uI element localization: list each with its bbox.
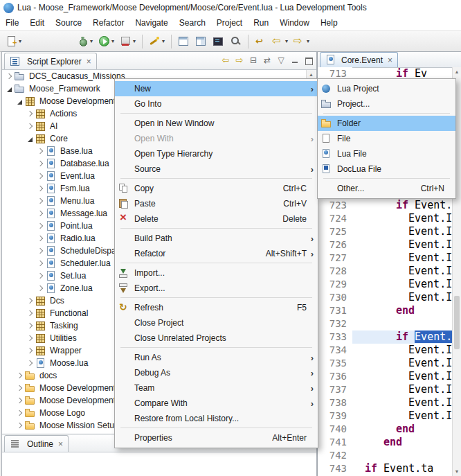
new-wizard-button[interactable]: ▾ bbox=[3, 33, 24, 51]
context-menu-item-go-into[interactable]: Go Into bbox=[115, 96, 318, 112]
menubar-item-window[interactable]: Window bbox=[274, 15, 315, 30]
expand-arrow-icon[interactable] bbox=[37, 185, 44, 193]
external-tools-button[interactable]: ▾ bbox=[118, 33, 138, 51]
dropdown-arrow-icon[interactable]: ▾ bbox=[162, 38, 165, 44]
collapse-all-icon[interactable]: ⊟ bbox=[248, 55, 259, 66]
back-button[interactable]: ▾ bbox=[270, 33, 290, 51]
expand-arrow-icon[interactable] bbox=[26, 310, 34, 317]
maximize-icon[interactable] bbox=[303, 55, 314, 66]
dropdown-arrow-icon[interactable]: ▾ bbox=[307, 38, 309, 44]
new-submenu-item-file[interactable]: File bbox=[318, 131, 455, 146]
expand-arrow-icon[interactable] bbox=[37, 260, 44, 267]
context-menu-item-properties[interactable]: PropertiesAlt+Enter bbox=[115, 430, 318, 446]
expand-arrow-icon[interactable] bbox=[37, 247, 44, 255]
search-button[interactable] bbox=[228, 33, 244, 51]
context-menu-item-debug-as[interactable]: Debug As› bbox=[115, 365, 318, 380]
expand-arrow-icon[interactable] bbox=[37, 173, 44, 180]
new-lua-wizard-button[interactable]: ▾ bbox=[147, 33, 167, 51]
collapse-arrow-icon[interactable] bbox=[26, 135, 34, 143]
menubar-item-run[interactable]: Run bbox=[248, 15, 274, 30]
console-button[interactable] bbox=[210, 33, 226, 51]
tab-outline[interactable]: Outline × bbox=[4, 435, 69, 452]
context-menu-item-export[interactable]: Export... bbox=[115, 281, 318, 296]
context-menu-item-delete[interactable]: DeleteDelete bbox=[115, 211, 318, 227]
expand-arrow-icon[interactable] bbox=[37, 235, 44, 243]
open-perspective-button[interactable] bbox=[176, 33, 192, 51]
scroll-down-icon[interactable]: ▼ bbox=[453, 467, 461, 476]
expand-arrow-icon[interactable] bbox=[26, 123, 34, 130]
context-menu-item-team[interactable]: Team› bbox=[115, 380, 318, 396]
minimize-icon[interactable] bbox=[289, 55, 300, 66]
tab-script-explorer[interactable]: Script Explorer × bbox=[4, 53, 97, 69]
new-submenu-item-doclua-file[interactable]: DocLua File bbox=[318, 161, 455, 177]
context-menu-item-open-type-hierarchy[interactable]: Open Type Hierarchy bbox=[115, 146, 318, 161]
scroll-up-icon[interactable]: ▲ bbox=[453, 67, 461, 76]
forward-history-icon[interactable]: ⇨ bbox=[234, 55, 245, 66]
expand-arrow-icon[interactable] bbox=[26, 347, 34, 355]
menubar-item-source[interactable]: Source bbox=[50, 15, 87, 30]
context-menu-item-close-unrelated-projects[interactable]: Close Unrelated Projects bbox=[115, 330, 318, 346]
close-icon[interactable]: × bbox=[58, 440, 63, 448]
expand-arrow-icon[interactable] bbox=[26, 110, 34, 118]
context-menu-item-import[interactable]: Import... bbox=[115, 265, 318, 281]
debug-button[interactable]: ▾ bbox=[75, 33, 95, 51]
expand-arrow-icon[interactable] bbox=[26, 297, 34, 305]
dropdown-arrow-icon[interactable]: ▾ bbox=[285, 38, 288, 44]
menubar-item-file[interactable]: File bbox=[0, 15, 24, 30]
expand-arrow-icon[interactable] bbox=[16, 372, 24, 380]
menubar-item-navigate[interactable]: Navigate bbox=[129, 15, 173, 30]
context-menu-item-refresh[interactable]: RefreshF5 bbox=[115, 300, 318, 315]
forward-button[interactable]: ▾ bbox=[291, 33, 311, 51]
link-with-editor-icon[interactable]: ⇄ bbox=[262, 55, 273, 66]
close-icon[interactable]: × bbox=[388, 56, 392, 64]
context-menu-item-open-in-new-window[interactable]: Open in New Window bbox=[115, 116, 318, 131]
expand-arrow-icon[interactable] bbox=[37, 197, 44, 205]
context-menu-item-compare-with[interactable]: Compare With› bbox=[115, 396, 318, 411]
menubar-item-refactor[interactable]: Refactor bbox=[87, 15, 129, 30]
last-edit-location-button[interactable] bbox=[253, 33, 269, 51]
expand-arrow-icon[interactable] bbox=[16, 409, 24, 417]
context-menu-item-paste[interactable]: PasteCtrl+V bbox=[115, 196, 318, 211]
context-menu-item-build-path[interactable]: Build Path› bbox=[115, 231, 318, 246]
back-history-icon[interactable]: ⇦ bbox=[220, 55, 231, 66]
context-menu-item-copy[interactable]: CopyCtrl+C bbox=[115, 181, 318, 196]
expand-arrow-icon[interactable] bbox=[16, 385, 24, 392]
tab-core-event[interactable]: Core.Event × bbox=[320, 52, 398, 67]
menubar-item-help[interactable]: Help bbox=[315, 15, 343, 30]
view-menu-icon[interactable]: ▽ bbox=[275, 55, 287, 66]
expand-arrow-icon[interactable] bbox=[26, 360, 34, 367]
expand-arrow-icon[interactable] bbox=[6, 73, 13, 80]
expand-arrow-icon[interactable] bbox=[16, 422, 24, 430]
menubar-item-edit[interactable]: Edit bbox=[24, 15, 50, 30]
context-menu-item-source[interactable]: Source› bbox=[115, 161, 318, 177]
expand-arrow-icon[interactable] bbox=[37, 210, 44, 218]
context-menu-item-run-as[interactable]: Run As› bbox=[115, 350, 318, 365]
expand-arrow-icon[interactable] bbox=[37, 222, 44, 230]
expand-arrow-icon[interactable] bbox=[16, 397, 24, 405]
new-submenu-item-lua-file[interactable]: Lua File bbox=[318, 146, 455, 161]
context-menu-item-new[interactable]: New› bbox=[115, 81, 318, 96]
new-submenu-item-folder[interactable]: Folder bbox=[318, 116, 455, 131]
expand-arrow-icon[interactable] bbox=[26, 335, 34, 342]
menubar-item-project[interactable]: Project bbox=[211, 15, 248, 30]
dropdown-arrow-icon[interactable]: ▾ bbox=[111, 38, 114, 44]
dropdown-arrow-icon[interactable]: ▾ bbox=[19, 38, 21, 44]
run-button[interactable]: ▾ bbox=[96, 33, 116, 51]
expand-arrow-icon[interactable] bbox=[26, 322, 34, 330]
show-view-button[interactable] bbox=[193, 33, 209, 51]
new-submenu-item-lua-project[interactable]: Lua Project bbox=[318, 81, 455, 96]
expand-arrow-icon[interactable] bbox=[37, 272, 44, 280]
context-menu-item-restore-from-local-history[interactable]: Restore from Local History... bbox=[115, 411, 318, 426]
expand-arrow-icon[interactable] bbox=[37, 160, 44, 168]
expand-arrow-icon[interactable] bbox=[37, 148, 44, 155]
new-submenu-item-project[interactable]: Project... bbox=[318, 96, 455, 112]
expand-arrow-icon[interactable] bbox=[37, 285, 44, 292]
context-menu-item-close-project[interactable]: Close Project bbox=[115, 315, 318, 330]
collapse-arrow-icon[interactable] bbox=[16, 98, 24, 105]
close-icon[interactable]: × bbox=[87, 58, 91, 66]
dropdown-arrow-icon[interactable]: ▾ bbox=[133, 38, 136, 44]
dropdown-arrow-icon[interactable]: ▾ bbox=[90, 38, 93, 44]
menubar-item-search[interactable]: Search bbox=[174, 15, 211, 30]
collapse-arrow-icon[interactable] bbox=[6, 85, 13, 93]
context-menu-item-refactor[interactable]: RefactorAlt+Shift+T› bbox=[115, 246, 318, 261]
